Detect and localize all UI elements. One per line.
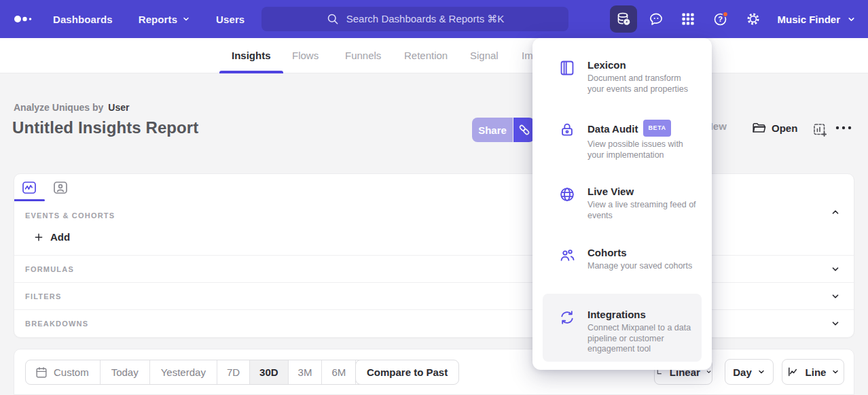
chat-bubble-icon [648,11,664,27]
view-tab-profiles[interactable] [52,179,69,196]
mixpanel-logo-icon[interactable] [14,11,34,27]
project-switcher[interactable]: Music Finder [777,0,856,38]
tab-signal[interactable]: Signal [470,38,499,73]
section-events-cohorts: EVENTS & COHORTS [25,209,115,221]
apps-grid-button[interactable] [674,5,702,33]
analyze-entity-selector[interactable]: User [108,102,129,113]
section-label: EVENTS & COHORTS [25,211,115,220]
menu-item-live-view[interactable]: Live View View a live streaming feed of … [543,185,702,221]
date-range-control: Custom Today Yesterday 7D 30D 3M 6M 12M [25,360,395,385]
copy-link-button[interactable] [513,118,535,142]
granularity-label: Day [733,366,752,378]
chart-type-selector-button[interactable]: Line [782,359,844,385]
project-name: Music Finder [777,14,840,25]
tab-retention[interactable]: Retention [404,38,448,73]
data-management-button[interactable] [610,5,637,33]
user-profile-icon [52,179,69,196]
sync-icon [558,309,576,326]
range-custom[interactable]: Custom [26,360,100,384]
analyze-prefix: Analyze Uniques by [14,102,103,113]
search-icon [326,12,340,26]
search-placeholder: Search Dashboards & Reports ⌘K [346,13,505,25]
menu-item-title: Lexicon [587,58,689,71]
folder-icon [751,120,766,135]
menu-item-text: Cohorts Manage your saved cohorts [587,246,692,272]
open-report-button[interactable]: Open [751,120,797,135]
help-button[interactable]: ? [707,5,734,33]
add-to-dashboard-button[interactable] [812,122,828,138]
search-input[interactable]: Search Dashboards & Reports ⌘K [261,7,568,31]
link-icon [517,122,532,137]
menu-item-integrations[interactable]: Integrations Connect Mixpanel to a data … [543,294,702,362]
chevron-down-icon [757,368,765,376]
chevron-up-icon[interactable] [831,207,840,217]
tab-insights[interactable]: Insights [232,38,271,73]
active-view-tab-underline [14,199,45,201]
compare-to-past-button[interactable]: Compare to Past [355,360,459,385]
menu-item-cohorts[interactable]: Cohorts Manage your saved cohorts [543,246,702,272]
chevron-down-icon[interactable] [831,292,840,301]
settings-button[interactable] [740,5,767,33]
line-chart-icon [21,179,37,196]
menu-item-data-audit[interactable]: Data Audit BETA View possible issues wit… [543,120,702,160]
menu-item-lexicon[interactable]: Lexicon Document and transform your even… [543,58,702,95]
menu-item-text: Live View View a live streaming feed of … [587,185,702,221]
range-6m[interactable]: 6M [321,360,355,384]
menu-item-title: Integrations [587,308,698,321]
range-3m[interactable]: 3M [288,360,322,384]
query-builder-panel: EVENTS & COHORTS Add FORMULAS FILTERS BR… [14,173,854,338]
section-formulas[interactable]: FORMULAS [14,255,854,282]
time-controls-panel: Custom Today Yesterday 7D 30D 3M 6M 12M … [14,349,854,395]
database-gear-icon [615,11,632,27]
chevron-down-icon [831,368,839,376]
share-button[interactable]: Share [472,118,513,142]
section-breakdowns[interactable]: BREAKDOWNS [14,309,854,337]
help-icon: ? [712,10,729,28]
globe-icon [558,186,576,203]
menu-item-text: Lexicon Document and transform your even… [587,58,689,95]
range-30d[interactable]: 30D [249,360,288,384]
range-today[interactable]: Today [100,360,149,384]
menu-item-description: Manage your saved cohorts [587,261,692,272]
book-icon [558,59,576,77]
report-tabbar: Insights Flows Funnels Retention Signal … [0,38,868,73]
analyze-subtitle: Analyze Uniques by User [14,102,129,113]
plus-icon [33,232,44,243]
beta-badge: BETA [643,120,670,137]
apps-grid-icon [680,11,696,27]
chart-type-label: Line [806,366,827,378]
gear-icon [745,11,761,27]
menu-item-text: Integrations Connect Mixpanel to a data … [587,308,698,355]
messages-button[interactable] [643,5,670,33]
menu-item-text: Data Audit BETA View possible issues wit… [587,120,702,160]
section-label: FILTERS [25,292,61,300]
menu-item-description: View possible issues with your implement… [587,139,702,160]
svg-text:?: ? [718,15,723,23]
menu-item-description: Document and transform your events and p… [587,73,689,95]
section-filters[interactable]: FILTERS [14,282,854,309]
menu-item-title: Data Audit BETA [587,120,702,137]
nav-item-users[interactable]: Users [216,14,245,25]
menu-item-title: Live View [587,185,702,198]
granularity-selector-button[interactable]: Day [725,359,774,385]
tab-funnels[interactable]: Funnels [345,38,381,73]
range-label: Custom [54,366,89,378]
range-yesterday[interactable]: Yesterday [149,360,217,384]
range-7d[interactable]: 7D [217,360,249,384]
chevron-down-icon[interactable] [831,264,840,274]
add-event-button[interactable]: Add [33,231,70,243]
page-title[interactable]: Untitled Insights Report [12,118,198,137]
nav-item-reports-label: Reports [139,14,177,25]
more-options-button[interactable] [835,124,852,131]
nav-item-reports[interactable]: Reports [139,14,190,25]
chevron-down-icon[interactable] [831,319,840,328]
view-tab-metrics[interactable] [20,179,38,196]
tab-flows[interactable]: Flows [292,38,319,73]
share-split-button: Share [472,118,535,142]
chart-plus-icon [812,122,828,138]
line-chart-mini-icon [786,365,800,379]
section-label: FORMULAS [25,265,74,273]
menu-item-description: Connect Mixpanel to a data pipeline or c… [587,323,698,355]
nav-item-dashboards[interactable]: Dashboards [53,14,113,25]
primary-nav: Dashboards Reports Users [53,0,245,38]
